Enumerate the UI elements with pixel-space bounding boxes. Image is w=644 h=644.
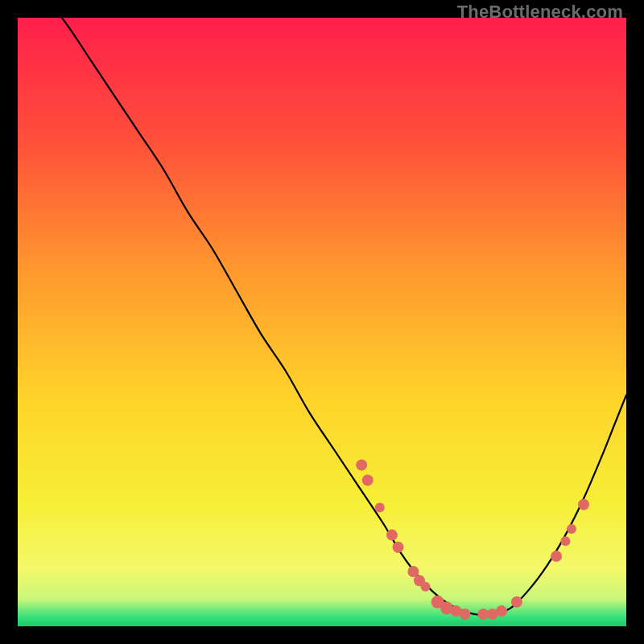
data-marker <box>460 609 471 620</box>
data-marker <box>578 499 589 510</box>
data-marker <box>567 524 576 534</box>
gradient-background <box>18 18 626 626</box>
data-marker <box>386 530 398 541</box>
data-marker <box>511 597 522 608</box>
data-marker <box>393 542 404 553</box>
chart-frame <box>18 18 626 626</box>
data-marker <box>375 503 385 513</box>
data-marker <box>560 536 570 546</box>
watermark-text: TheBottleneck.com <box>457 2 623 23</box>
data-marker <box>421 582 431 592</box>
data-marker <box>496 605 507 617</box>
bottleneck-chart <box>18 18 626 626</box>
data-marker <box>362 475 374 486</box>
data-marker <box>551 551 562 562</box>
data-marker <box>356 460 367 471</box>
